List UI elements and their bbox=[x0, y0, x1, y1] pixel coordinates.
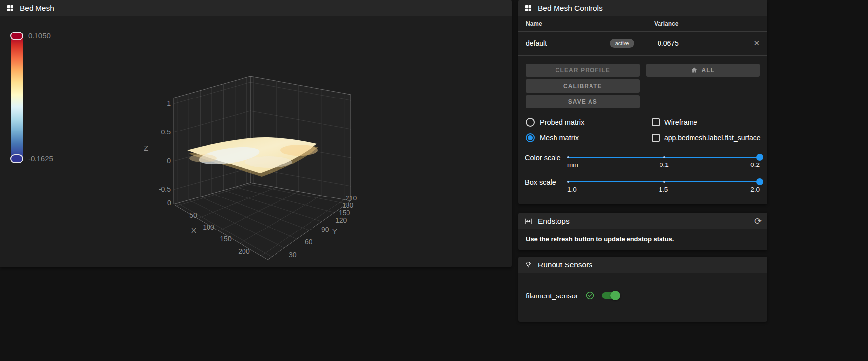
runout-sensors-card: Runout Sensors filament_sensor bbox=[518, 257, 767, 322]
box-scale-tick-labels: 1.0 1.5 2.0 bbox=[567, 186, 760, 193]
y-tick: 210 bbox=[346, 194, 357, 202]
endstops-card: Endstops ⟳ Use the refresh button to upd… bbox=[518, 213, 767, 250]
nozzle-sensor-icon bbox=[524, 261, 533, 269]
name-column-header: Name bbox=[526, 20, 654, 27]
colorbar-max-label: 0.1050 bbox=[28, 32, 51, 40]
y-tick: 60 bbox=[305, 238, 312, 246]
sensor-name: filament_sensor bbox=[526, 292, 578, 300]
y-axis-label: Y bbox=[332, 227, 337, 235]
color-scale-label: Color scale bbox=[525, 151, 567, 168]
profile-table-header: Name Variance bbox=[518, 16, 767, 32]
profile-name: default bbox=[526, 39, 590, 47]
variance-column-header: Variance bbox=[654, 20, 737, 27]
slider-tick-dot bbox=[663, 156, 665, 158]
profile-actions: CLEAR PROFILE ALL CALIBRATE SAVE AS bbox=[526, 64, 760, 108]
box-scale-label: Box scale bbox=[525, 175, 567, 193]
profile-row[interactable]: default active 0.0675 ✕ bbox=[518, 32, 767, 56]
slider-tick-dot bbox=[567, 156, 569, 158]
check-circle-icon bbox=[585, 291, 595, 300]
endstops-message: Use the refresh button to update endstop… bbox=[518, 229, 767, 249]
delete-profile-icon[interactable]: ✕ bbox=[753, 39, 760, 48]
colorbar: 0.1050 -0.1625 bbox=[11, 32, 53, 163]
z-tick: 1 bbox=[167, 99, 171, 107]
sensor-toggle[interactable] bbox=[602, 292, 619, 299]
radio-on-icon bbox=[526, 133, 535, 142]
endstops-header: Endstops ⟳ bbox=[518, 213, 767, 229]
radio-off-icon bbox=[526, 118, 535, 127]
x-tick: 0 bbox=[167, 199, 171, 207]
checkbox-blank-icon bbox=[652, 134, 660, 142]
refresh-icon[interactable]: ⟳ bbox=[754, 217, 762, 226]
colorbar-min-label: -0.1625 bbox=[28, 154, 53, 163]
view-grid-icon bbox=[524, 4, 533, 13]
sensor-row: filament_sensor bbox=[518, 273, 767, 300]
display-options: Probed matrix Wireframe Mesh matrix app.… bbox=[526, 116, 760, 144]
runout-sensors-header: Runout Sensors bbox=[518, 257, 767, 273]
runout-sensors-title: Runout Sensors bbox=[538, 261, 592, 269]
profile-variance: 0.0675 bbox=[654, 39, 745, 47]
y-tick: 90 bbox=[321, 226, 329, 233]
bed-mesh-3d-plot[interactable]: 0.1050 -0.1625 bbox=[0, 16, 512, 267]
y-tick: 150 bbox=[339, 209, 350, 217]
bed-mesh-controls-card: Bed Mesh Controls Name Variance default … bbox=[518, 0, 767, 204]
color-scale-slider[interactable]: min 0.1 0.2 bbox=[567, 151, 760, 168]
color-scale-row: Color scale min 0.1 0.2 bbox=[525, 151, 760, 168]
checkbox-wireframe[interactable]: Wireframe bbox=[652, 116, 761, 128]
slider-track[interactable] bbox=[567, 157, 760, 158]
z-tick: 0 bbox=[167, 157, 171, 164]
y-tick: 180 bbox=[342, 201, 354, 209]
x-tick: 50 bbox=[189, 211, 197, 219]
box-scale-slider[interactable]: 1.0 1.5 2.0 bbox=[567, 175, 760, 193]
colorbar-top-cap bbox=[11, 32, 23, 40]
bed-mesh-title: Bed Mesh bbox=[20, 4, 54, 13]
colorbar-bottom-cap bbox=[11, 155, 23, 163]
bed-mesh-card: Bed Mesh bbox=[0, 0, 512, 267]
home-icon bbox=[691, 66, 698, 74]
y-tick: 30 bbox=[289, 251, 297, 259]
z-tick: 0.5 bbox=[161, 128, 171, 136]
z-axis-label: Z bbox=[144, 144, 148, 152]
checkbox-blank-icon bbox=[652, 118, 660, 126]
bed-mesh-controls-title: Bed Mesh Controls bbox=[538, 4, 603, 13]
save-as-button[interactable]: SAVE AS bbox=[526, 95, 640, 108]
slider-tick-dot bbox=[567, 181, 569, 183]
slider-track[interactable] bbox=[567, 181, 760, 182]
clear-profile-button[interactable]: CLEAR PROFILE bbox=[526, 64, 640, 77]
bed-mesh-controls-header: Bed Mesh Controls bbox=[518, 0, 767, 16]
checkbox-flat-surface[interactable]: app.bedmesh.label.flat_surface bbox=[652, 132, 761, 144]
box-scale-row: Box scale 1.0 1.5 2.0 bbox=[525, 175, 760, 193]
z-tick: -0.5 bbox=[159, 185, 171, 193]
endstops-icon bbox=[524, 217, 533, 226]
x-tick: 200 bbox=[238, 247, 250, 255]
y-tick: 120 bbox=[335, 216, 347, 224]
slider-thumb[interactable] bbox=[756, 154, 763, 161]
slider-thumb[interactable] bbox=[756, 178, 763, 185]
x-tick: 150 bbox=[220, 235, 232, 243]
calibrate-button[interactable]: CALIBRATE bbox=[526, 79, 640, 93]
endstops-title: Endstops bbox=[538, 217, 570, 226]
color-scale-tick-labels: min 0.1 0.2 bbox=[567, 161, 760, 168]
toggle-knob[interactable] bbox=[610, 291, 620, 300]
x-axis-label: X bbox=[191, 226, 196, 234]
radio-mesh-matrix[interactable]: Mesh matrix bbox=[526, 132, 652, 144]
active-badge: active bbox=[610, 39, 635, 48]
x-tick: 100 bbox=[203, 223, 214, 231]
home-all-button[interactable]: ALL bbox=[646, 64, 760, 77]
view-grid-icon bbox=[6, 4, 15, 13]
slider-tick-dot bbox=[663, 181, 665, 183]
radio-probed-matrix[interactable]: Probed matrix bbox=[526, 116, 652, 128]
bed-mesh-header: Bed Mesh bbox=[0, 0, 512, 16]
